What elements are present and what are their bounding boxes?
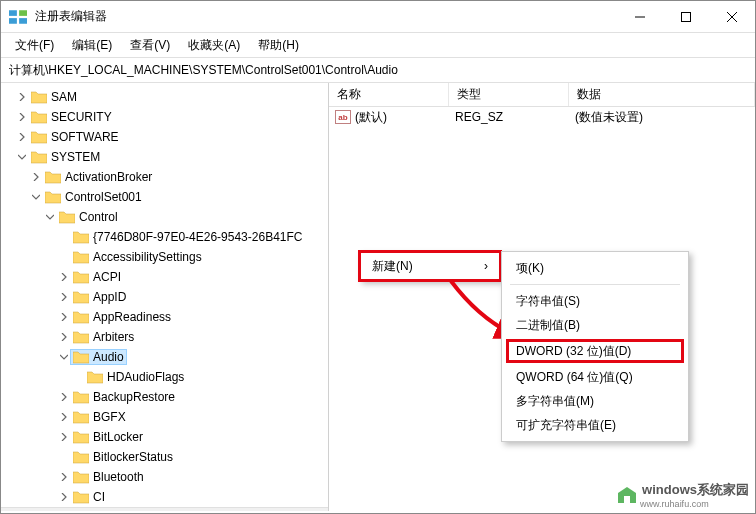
expand-icon[interactable] [57, 470, 71, 484]
expand-icon[interactable] [57, 270, 71, 284]
submenu-item-qword[interactable]: QWORD (64 位)值(Q) [502, 365, 688, 389]
tree-label: SECURITY [51, 110, 112, 124]
tree-panel: SAM SECURITY SOFTWARE SYSTEM ActivationB… [1, 83, 329, 511]
folder-icon [73, 250, 89, 264]
folder-icon [73, 230, 89, 244]
tree-item-activation[interactable]: ActivationBroker [1, 167, 328, 187]
tree-item-appreadiness[interactable]: AppReadiness [1, 307, 328, 327]
list-body: ab(默认) REG_SZ (数值未设置) [329, 107, 755, 127]
submenu-label: 多字符串值(M) [516, 393, 594, 410]
folder-icon [73, 310, 89, 324]
expand-icon[interactable] [57, 290, 71, 304]
expand-icon[interactable] [57, 430, 71, 444]
submenu-item-key[interactable]: 项(K) [502, 256, 688, 280]
tree-label: ACPI [93, 270, 121, 284]
svg-rect-1 [19, 10, 27, 16]
folder-icon [73, 490, 89, 504]
expand-icon[interactable] [57, 330, 71, 344]
window-controls [617, 1, 755, 33]
minimize-button[interactable] [617, 1, 663, 33]
tree-item-ci[interactable]: CI [1, 487, 328, 507]
folder-icon [59, 210, 75, 224]
scroll-thumb[interactable] [15, 511, 75, 512]
tree-item-bitlocker[interactable]: BitLocker [1, 427, 328, 447]
collapse-icon[interactable] [43, 210, 57, 224]
context-item-new[interactable]: 新建(N) › [360, 252, 500, 280]
svg-rect-3 [19, 18, 27, 24]
tree-item-sam[interactable]: SAM [1, 87, 328, 107]
address-text: 计算机\HKEY_LOCAL_MACHINE\SYSTEM\ControlSet… [9, 62, 398, 79]
watermark-sub: www.ruhaifu.com [640, 499, 749, 509]
tree-item-backuprestore[interactable]: BackupRestore [1, 387, 328, 407]
tree-item-appid[interactable]: AppID [1, 287, 328, 307]
tree-item-bluetooth[interactable]: Bluetooth [1, 467, 328, 487]
menu-edit[interactable]: 编辑(E) [64, 35, 120, 56]
list-row[interactable]: ab(默认) REG_SZ (数值未设置) [329, 107, 755, 127]
menu-view[interactable]: 查看(V) [122, 35, 178, 56]
menu-help[interactable]: 帮助(H) [250, 35, 307, 56]
tree-label: SOFTWARE [51, 130, 119, 144]
address-bar[interactable]: 计算机\HKEY_LOCAL_MACHINE\SYSTEM\ControlSet… [1, 57, 755, 83]
expand-icon[interactable] [57, 310, 71, 324]
submenu-item-dword[interactable]: DWORD (32 位)值(D) [506, 339, 684, 363]
tree-label: ControlSet001 [65, 190, 142, 204]
tree-item-software[interactable]: SOFTWARE [1, 127, 328, 147]
collapse-icon[interactable] [15, 150, 29, 164]
folder-icon [87, 370, 103, 384]
menubar: 文件(F) 编辑(E) 查看(V) 收藏夹(A) 帮助(H) [1, 33, 755, 57]
tree-scrollbar[interactable]: ◀ ▶ [1, 507, 328, 511]
col-type[interactable]: 类型 [449, 83, 569, 106]
expand-icon[interactable] [57, 390, 71, 404]
svg-rect-2 [9, 18, 17, 24]
expand-icon[interactable] [15, 90, 29, 104]
close-button[interactable] [709, 1, 755, 33]
tree-label: Control [79, 210, 118, 224]
tree-item-accessibility[interactable]: AccessibilitySettings [1, 247, 328, 267]
tree-label: BitLocker [93, 430, 143, 444]
submenu-arrow-icon: › [484, 259, 488, 273]
tree-label: ActivationBroker [65, 170, 152, 184]
col-name[interactable]: 名称 [329, 83, 449, 106]
submenu-item-multi[interactable]: 多字符串值(M) [502, 389, 688, 413]
submenu-label: 字符串值(S) [516, 293, 580, 310]
tree-item-audio[interactable]: Audio [1, 347, 328, 367]
list-header: 名称 类型 数据 [329, 83, 755, 107]
folder-icon [73, 450, 89, 464]
expand-icon[interactable] [29, 170, 43, 184]
tree-item-acpi[interactable]: ACPI [1, 267, 328, 287]
scroll-left-icon[interactable]: ◀ [1, 511, 15, 512]
expand-icon[interactable] [15, 110, 29, 124]
scroll-right-icon[interactable]: ▶ [314, 511, 328, 512]
tree-label: CI [93, 490, 105, 504]
tree-item-control[interactable]: Control [1, 207, 328, 227]
tree-item-system[interactable]: SYSTEM [1, 147, 328, 167]
tree-label: AccessibilitySettings [93, 250, 202, 264]
collapse-icon[interactable] [57, 350, 71, 364]
submenu-label: 可扩充字符串值(E) [516, 417, 616, 434]
submenu-item-string[interactable]: 字符串值(S) [502, 289, 688, 313]
svg-rect-5 [682, 12, 691, 21]
expand-icon[interactable] [57, 410, 71, 424]
context-menu-new[interactable]: 新建(N) › [359, 251, 501, 281]
tree-item-security[interactable]: SECURITY [1, 107, 328, 127]
watermark: windows系统家园 www.ruhaifu.com [616, 481, 749, 509]
tree-label: Bluetooth [93, 470, 144, 484]
menu-favorites[interactable]: 收藏夹(A) [180, 35, 248, 56]
collapse-icon[interactable] [29, 190, 43, 204]
submenu-item-expand[interactable]: 可扩充字符串值(E) [502, 413, 688, 437]
submenu-label: QWORD (64 位)值(Q) [516, 369, 633, 386]
tree-item-controlset[interactable]: ControlSet001 [1, 187, 328, 207]
tree-item-bgfx[interactable]: BGFX [1, 407, 328, 427]
tree-item-arbiters[interactable]: Arbiters [1, 327, 328, 347]
col-data[interactable]: 数据 [569, 83, 755, 106]
tree-item-bitlockerstatus[interactable]: BitlockerStatus [1, 447, 328, 467]
tree-label: SYSTEM [51, 150, 100, 164]
menu-file[interactable]: 文件(F) [7, 35, 62, 56]
expand-icon[interactable] [57, 490, 71, 504]
tree-item-hdaudioflags[interactable]: HDAudioFlags [1, 367, 328, 387]
expand-icon[interactable] [15, 130, 29, 144]
maximize-button[interactable] [663, 1, 709, 33]
tree-item-guid[interactable]: {7746D80F-97E0-4E26-9543-26B41FC [1, 227, 328, 247]
submenu-item-binary[interactable]: 二进制值(B) [502, 313, 688, 337]
tree-label: Arbiters [93, 330, 134, 344]
